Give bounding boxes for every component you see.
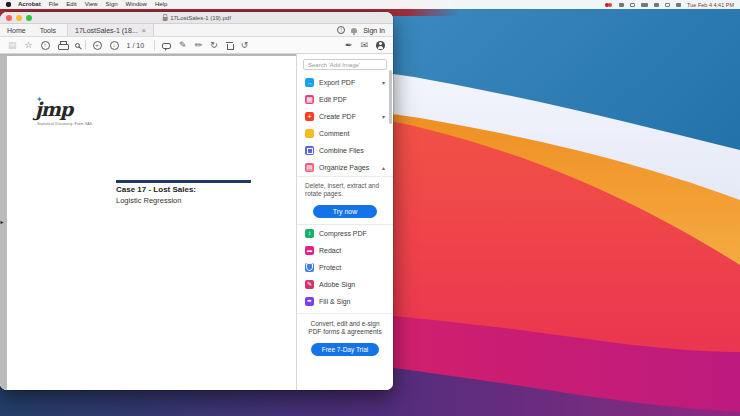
panel-scrollbar[interactable] bbox=[389, 70, 392, 124]
tool-label: Protect bbox=[319, 264, 341, 271]
combine-files-icon bbox=[305, 146, 314, 155]
battery-icon[interactable] bbox=[641, 3, 648, 7]
menubar-clock[interactable]: Tue Feb 4 4:41 PM bbox=[687, 2, 734, 8]
comment-icon[interactable] bbox=[162, 43, 171, 49]
envelope-icon[interactable]: ✉ bbox=[360, 41, 368, 50]
free-trial-button[interactable]: Free 7-Day Trial bbox=[311, 343, 379, 356]
tab-home[interactable]: Home bbox=[0, 27, 33, 34]
close-tab-icon[interactable]: × bbox=[142, 27, 146, 34]
tool-label: Fill & Sign bbox=[319, 298, 351, 305]
tab-bar: Home Tools 17LostSales-1 (18... × ! Sign… bbox=[0, 24, 393, 37]
wifi-icon[interactable] bbox=[654, 3, 659, 7]
profile-icon[interactable] bbox=[376, 41, 385, 50]
comment-bubble-icon bbox=[305, 129, 314, 138]
tool-label: Export PDF bbox=[319, 79, 355, 86]
panel-tool-export-pdf[interactable]: Export PDF bbox=[297, 74, 393, 91]
star-favorite-icon[interactable]: ☆ bbox=[25, 41, 33, 50]
window-content: ▸ ✦ jmp Statistical Discovery. From SAS.… bbox=[0, 54, 393, 390]
bell-icon[interactable] bbox=[351, 28, 357, 33]
search-icon[interactable] bbox=[665, 3, 670, 7]
toolbar-divider bbox=[154, 40, 155, 50]
status-icon[interactable] bbox=[619, 3, 624, 7]
tab-tools[interactable]: Tools bbox=[33, 27, 63, 34]
search-magnifier-icon[interactable] bbox=[75, 43, 80, 48]
panel-tool-compress-pdf[interactable]: Compress PDF bbox=[297, 225, 393, 242]
panel-tool-fill-sign[interactable]: Fill & Sign bbox=[297, 293, 393, 310]
pencil-icon[interactable]: ✎ bbox=[179, 41, 187, 50]
tab-document[interactable]: 17LostSales-1 (18... × bbox=[67, 24, 154, 36]
jmp-logo: jmp bbox=[35, 100, 72, 119]
tool-label: Create PDF bbox=[319, 113, 356, 120]
notifications-info-icon[interactable]: ! bbox=[337, 26, 345, 34]
export-pdf-icon bbox=[305, 78, 314, 87]
title-rule bbox=[116, 180, 251, 183]
undo-loop-icon[interactable]: ↺ bbox=[241, 41, 249, 50]
organize-pages-icon bbox=[305, 163, 314, 172]
document-view: ▸ ✦ jmp Statistical Discovery. From SAS.… bbox=[0, 54, 296, 390]
menu-sign[interactable]: Sign bbox=[106, 0, 118, 9]
menu-help[interactable]: Help bbox=[155, 0, 167, 9]
panel-tool-combine-files[interactable]: Combine Files bbox=[297, 142, 393, 159]
panel-tool-edit-pdf[interactable]: Edit PDF bbox=[297, 91, 393, 108]
lock-icon bbox=[162, 17, 167, 21]
panel-tool-protect[interactable]: Protect bbox=[297, 259, 393, 276]
protect-shield-icon bbox=[305, 263, 314, 272]
page-indicator[interactable]: 1 / 10 bbox=[127, 42, 145, 49]
sign-in-link[interactable]: Sign In bbox=[363, 27, 385, 34]
panel-tool-organize-pages[interactable]: Organize Pages bbox=[297, 159, 393, 176]
chevron-up-icon[interactable] bbox=[382, 165, 385, 171]
control-center-icon[interactable] bbox=[676, 3, 681, 7]
expand-pane-arrow-icon[interactable]: ▸ bbox=[1, 219, 4, 225]
panel-tool-create-pdf[interactable]: Create PDF bbox=[297, 108, 393, 125]
close-window-button[interactable] bbox=[6, 15, 12, 21]
status-icon[interactable] bbox=[630, 3, 635, 7]
menubar-red-badge-icon[interactable] bbox=[605, 2, 613, 7]
compress-pdf-icon bbox=[305, 229, 314, 238]
tool-label: Edit PDF bbox=[319, 96, 347, 103]
menu-app[interactable]: Acrobat bbox=[18, 0, 41, 9]
panel-tool-comment[interactable]: Comment bbox=[297, 125, 393, 142]
tool-label: Comment bbox=[319, 130, 349, 137]
rotate-pages-icon[interactable]: ↻ bbox=[210, 41, 218, 50]
tool-label: Organize Pages bbox=[319, 164, 369, 171]
try-now-button[interactable]: Try now bbox=[313, 205, 377, 218]
window-titlebar: 17LostSales-1 (19).pdf bbox=[0, 12, 393, 24]
print-icon[interactable] bbox=[58, 41, 67, 49]
menu-view[interactable]: View bbox=[85, 0, 98, 9]
zoom-window-button[interactable] bbox=[26, 15, 32, 21]
document-tab-label: 17LostSales-1 (18... bbox=[75, 27, 138, 34]
window-title: 17LostSales-1 (19).pdf bbox=[162, 15, 231, 21]
menu-file[interactable]: File bbox=[49, 0, 59, 9]
save-icon[interactable]: ▤ bbox=[8, 41, 17, 50]
menu-edit[interactable]: Edit bbox=[66, 0, 76, 9]
arrow-down-circle-icon[interactable]: ↓ bbox=[110, 41, 119, 50]
menu-window[interactable]: Window bbox=[126, 0, 147, 9]
adobe-sign-icon bbox=[305, 280, 314, 289]
tool-label: Adobe Sign bbox=[319, 281, 355, 288]
chevron-down-icon[interactable] bbox=[382, 80, 385, 86]
toolbar: ▤ ☆ ↑ + ↓ 1 / 10 ✎ ✏ ↻ ↺ ✒ ✉ bbox=[0, 37, 393, 54]
tools-panel: Export PDF Edit PDF Create PDF Comment C… bbox=[296, 54, 393, 390]
tools-search-input[interactable] bbox=[303, 59, 387, 70]
macos-menu-bar: Acrobat File Edit View Sign Window Help … bbox=[0, 0, 740, 9]
signature-pen-icon[interactable]: ✒ bbox=[345, 41, 353, 50]
panel-tool-adobe-sign[interactable]: Adobe Sign bbox=[297, 276, 393, 293]
trash-icon[interactable] bbox=[226, 41, 233, 49]
minimize-window-button[interactable] bbox=[16, 15, 22, 21]
document-title: Case 17 - Lost Sales: bbox=[116, 185, 196, 194]
chevron-down-icon[interactable] bbox=[382, 114, 385, 120]
tool-label: Combine Files bbox=[319, 147, 364, 154]
create-pdf-icon bbox=[305, 112, 314, 121]
plus-circle-icon[interactable]: + bbox=[93, 41, 102, 50]
panel-footer: Convert, edit and e-sign PDF forms & agr… bbox=[297, 313, 393, 356]
highlighter-icon[interactable]: ✏ bbox=[195, 41, 203, 50]
document-subtitle: Logistic Regression bbox=[116, 196, 181, 205]
organize-pages-description: Delete, insert, extract and rotate pages… bbox=[305, 182, 385, 199]
redact-icon bbox=[305, 246, 314, 255]
organize-pages-section: Delete, insert, extract and rotate pages… bbox=[297, 176, 393, 225]
apple-menu-icon[interactable] bbox=[6, 2, 11, 7]
share-upload-icon[interactable]: ↑ bbox=[41, 41, 50, 50]
panel-tool-redact[interactable]: Redact bbox=[297, 242, 393, 259]
jmp-logo-tagline: Statistical Discovery. From SAS. bbox=[37, 122, 94, 126]
fill-and-sign-icon bbox=[305, 297, 314, 306]
